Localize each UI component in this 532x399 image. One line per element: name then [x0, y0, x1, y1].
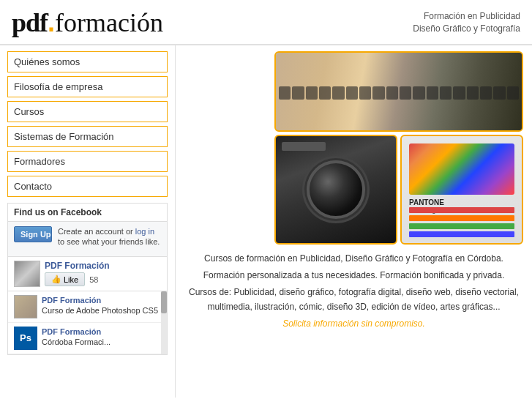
- key: [467, 86, 479, 99]
- key: [332, 86, 344, 99]
- facebook-page-info: PDF Formación 👍 Like 58: [45, 261, 161, 286]
- facebook-like-count: 58: [89, 275, 98, 284]
- facebook-feed-body-2: Córdoba Formaci...: [42, 338, 110, 346]
- key: [413, 86, 424, 99]
- facebook-widget: Find us on Facebook Sign Up Create an ac…: [7, 203, 168, 355]
- key: [507, 86, 519, 99]
- key: [306, 86, 318, 99]
- site-header: pdf.formación Formación en Publicidad Di…: [0, 0, 532, 45]
- logo-pdf: pdf: [12, 7, 48, 38]
- nav-item-sistemas[interactable]: Sistemas de Formación: [7, 126, 168, 147]
- facebook-feed-item-2: Ps PDF Formación Córdoba Formaci...: [8, 323, 167, 354]
- key: [480, 86, 492, 99]
- facebook-signup-row: Sign Up Create an account or log in to s…: [14, 226, 161, 247]
- tagline: Formación en Publicidad Diseño Gráfico y…: [413, 10, 520, 35]
- facebook-page-row: PDF Formación 👍 Like 58: [8, 256, 167, 291]
- key: [427, 86, 438, 99]
- facebook-like-button[interactable]: 👍 Like: [45, 272, 85, 286]
- sidebar: Quiénes somos Filosofía de empresa Curso…: [0, 45, 176, 398]
- key: [346, 86, 358, 99]
- facebook-header-text: Find us on Facebook: [14, 207, 102, 217]
- key: [493, 86, 505, 99]
- key: [372, 86, 384, 99]
- facebook-feed-title-1[interactable]: PDF Formación: [42, 295, 161, 305]
- pantone-swatch-red: [409, 207, 514, 213]
- desc-line-4: Solicita información sin compromiso.: [187, 317, 520, 331]
- photo-pantone: PANTONE formula guidesolid coated: [400, 135, 523, 245]
- camera-lens: [307, 160, 365, 219]
- signup-pre-text: Create an account or: [58, 227, 135, 236]
- facebook-scrollbar-thumb[interactable]: [161, 291, 167, 313]
- content-area: PANTONE formula guidesolid coated Cursos…: [176, 45, 532, 398]
- nav-item-formadores[interactable]: Formadores: [7, 151, 168, 172]
- keyboard-overlay: [276, 83, 522, 130]
- tagline-line2: Diseño Gráfico y Fotografía: [413, 23, 520, 34]
- facebook-feed-text-2: PDF Formación Córdoba Formaci...: [42, 327, 161, 348]
- desc-line-3: Cursos de: Publicidad, diseño gráfico, f…: [187, 286, 520, 313]
- facebook-widget-header: Find us on Facebook: [8, 204, 167, 222]
- photo-bottom-row: PANTONE formula guidesolid coated: [274, 135, 523, 245]
- photo-keyboard-inner: [276, 53, 522, 130]
- pantone-swatch-blue: [409, 231, 514, 237]
- key: [279, 86, 291, 99]
- key: [386, 86, 398, 99]
- photo-keyboard: [274, 51, 523, 132]
- camera-body-top: [282, 142, 326, 151]
- facebook-page-name[interactable]: PDF Formación: [45, 261, 161, 271]
- like-btn-label: Like: [64, 275, 78, 284]
- facebook-login-link[interactable]: log in: [135, 227, 154, 236]
- key: [359, 86, 371, 99]
- facebook-feed-item-1: PDF Formación Curso de Adobe Photoshop C…: [8, 291, 167, 323]
- photo-camera: [274, 135, 397, 245]
- facebook-feed-text-1: PDF Formación Curso de Adobe Photoshop C…: [42, 295, 161, 316]
- facebook-feed-body-1: Curso de Adobe Photoshop CS5: [42, 306, 158, 315]
- facebook-widget-body: Sign Up Create an account or log in to s…: [8, 222, 167, 256]
- facebook-feed-title-2[interactable]: PDF Formación: [42, 327, 161, 337]
- main-content: Quiénes somos Filosofía de empresa Curso…: [0, 45, 532, 398]
- nav-item-filosofia[interactable]: Filosofía de empresa: [7, 76, 168, 97]
- facebook-feed[interactable]: PDF Formación Curso de Adobe Photoshop C…: [8, 291, 167, 354]
- facebook-signup-text: Create an account or log in to see what …: [58, 226, 161, 247]
- facebook-like-row: 👍 Like 58: [45, 272, 161, 286]
- pantone-brand-label: PANTONE: [409, 198, 444, 206]
- key: [440, 86, 452, 99]
- nav-item-cursos[interactable]: Cursos: [7, 101, 168, 122]
- pantone-swatch-orange: [409, 215, 514, 221]
- facebook-page-thumb: [14, 261, 40, 287]
- logo[interactable]: pdf.formación: [12, 7, 163, 38]
- key: [453, 86, 465, 99]
- desc-line-1: Cursos de formación en Publicidad, Diseñ…: [187, 252, 520, 266]
- facebook-signup-button[interactable]: Sign Up: [14, 226, 52, 242]
- facebook-feed-thumb-1: [14, 295, 37, 318]
- nav-item-contacto[interactable]: Contacto: [7, 176, 168, 197]
- facebook-feed-scrollbar[interactable]: [161, 291, 167, 354]
- logo-dot: .: [48, 7, 55, 38]
- key: [292, 86, 304, 99]
- description-text: Cursos de formación en Publicidad, Diseñ…: [176, 245, 532, 398]
- key: [319, 86, 331, 99]
- pantone-swatches: [409, 207, 514, 237]
- tagline-line1: Formación en Publicidad: [424, 11, 520, 21]
- thumbs-up-icon: 👍: [51, 275, 61, 284]
- photo-collage: PANTONE formula guidesolid coated: [176, 45, 532, 245]
- pantone-color-strip: [409, 143, 514, 195]
- desc-line-2: Formación personalizada a tus necesidade…: [187, 269, 520, 283]
- logo-formacion: formación: [55, 7, 163, 38]
- photoshop-icon: Ps: [14, 327, 37, 350]
- facebook-page-thumb-image: [15, 261, 40, 286]
- nav-item-quienes-somos[interactable]: Quiénes somos: [7, 51, 168, 72]
- signup-post-text: to see what your friends like.: [58, 237, 160, 246]
- pantone-swatch-green: [409, 223, 514, 229]
- key: [400, 86, 411, 99]
